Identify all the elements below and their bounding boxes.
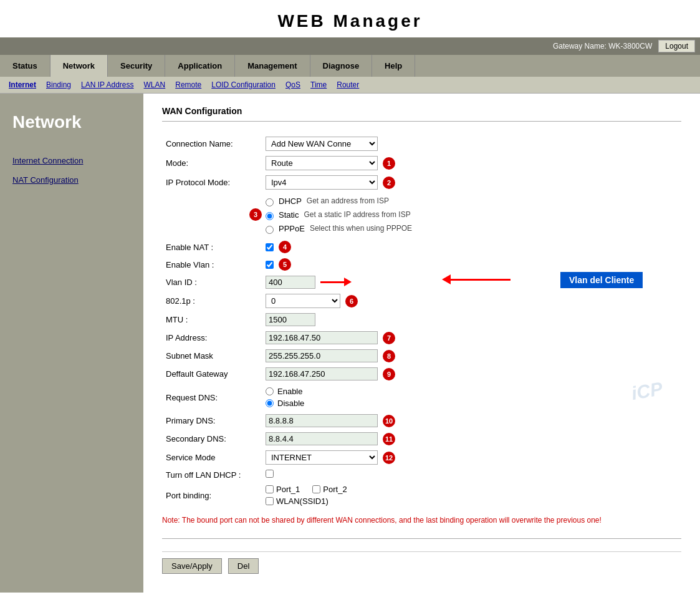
- static-row: 3 Static Get a static IP address from IS…: [266, 208, 438, 222]
- dot1p-select[interactable]: 0: [266, 294, 340, 308]
- port1-label[interactable]: Port_1: [266, 485, 300, 494]
- mtu-cell: [262, 311, 442, 329]
- ip-address-cell: 7: [262, 329, 442, 347]
- port-binding-ports: Port_1 Port_2: [266, 485, 438, 494]
- secondary-dns-label: Secondary DNS:: [162, 430, 262, 448]
- dns-disable-label: Disable: [277, 399, 304, 408]
- logout-button[interactable]: Logout: [658, 40, 695, 52]
- nav-security[interactable]: Security: [108, 55, 165, 77]
- nav-diagnose[interactable]: Diagnose: [310, 55, 373, 77]
- wlan-port-row: WLAN(SSID1): [266, 496, 438, 506]
- connection-name-select[interactable]: Add New WAN Conne: [266, 137, 378, 151]
- service-mode-select[interactable]: INTERNET: [266, 450, 378, 465]
- dns-enable-row: Enable: [266, 385, 438, 397]
- step-5-badge: 5: [279, 258, 291, 271]
- vlan-id-label: Vlan ID :: [162, 273, 262, 291]
- vlan-tooltip: Vlan del Cliente: [560, 272, 643, 288]
- primary-dns-label: Primary DNS:: [162, 412, 262, 430]
- mode-select[interactable]: Route: [266, 156, 378, 170]
- row-dot1p: 802.1p : 0 6: [162, 291, 681, 311]
- sidebar-title: Network: [0, 100, 143, 151]
- subnav-loid[interactable]: LOID Configuration: [206, 79, 280, 90]
- secondary-dns-input[interactable]: [266, 432, 378, 445]
- step-3-badge: 3: [249, 208, 262, 221]
- static-radio[interactable]: [266, 212, 274, 220]
- request-dns-cell: Enable Disable: [262, 383, 442, 412]
- main-content: WAN Configuration Connection Name: Add N…: [143, 94, 700, 593]
- port1-checkbox[interactable]: [266, 485, 274, 493]
- static-desc: Get a static IP address from ISP: [304, 210, 411, 219]
- sidebar-nat-configuration[interactable]: NAT Configuration: [0, 170, 143, 190]
- subnav-lan-ip[interactable]: LAN IP Address: [76, 79, 139, 90]
- dns-disable-radio[interactable]: [266, 399, 274, 407]
- enable-vlan-label: Enable Vlan :: [162, 256, 262, 273]
- subnav-time[interactable]: Time: [305, 79, 332, 90]
- default-gateway-input[interactable]: [266, 367, 378, 380]
- nav-status[interactable]: Status: [0, 55, 50, 77]
- vlan-id-input[interactable]: [266, 276, 315, 289]
- row-subnet-mask: Subnet Mask 8: [162, 347, 681, 365]
- subnet-mask-input[interactable]: [266, 349, 378, 362]
- subnav-wlan[interactable]: WLAN: [139, 79, 171, 90]
- step-2-badge: 2: [383, 177, 395, 189]
- save-apply-button[interactable]: Save/Apply: [162, 558, 222, 574]
- row-address-type: DHCP Get an address from ISP 3 Static Ge…: [162, 192, 681, 238]
- wlan-checkbox[interactable]: [266, 497, 274, 505]
- subnav-qos[interactable]: QoS: [280, 79, 305, 90]
- top-bar: Gateway Name: WK-3800CW Logout: [0, 37, 700, 55]
- mtu-label: MTU :: [162, 311, 262, 329]
- pppoe-radio[interactable]: [266, 226, 274, 234]
- service-mode-cell: INTERNET 12: [262, 448, 442, 467]
- row-default-gateway: Deffault Gateway 9: [162, 365, 681, 383]
- step-12-badge: 12: [383, 452, 395, 464]
- dns-enable-radio[interactable]: [266, 387, 274, 395]
- step-7-badge: 7: [383, 332, 395, 344]
- ip-address-input[interactable]: [266, 331, 378, 344]
- mode-label: Mode:: [162, 153, 262, 173]
- enable-vlan-checkbox[interactable]: [266, 261, 274, 269]
- note-text: Note: The bound port can not be shared b…: [162, 515, 681, 526]
- nav-management[interactable]: Management: [235, 55, 310, 77]
- subnav-remote[interactable]: Remote: [170, 79, 206, 90]
- mtu-input[interactable]: [266, 313, 315, 326]
- row-enable-vlan: Enable Vlan : 5 Vlan del Cliente: [162, 256, 681, 273]
- dhcp-radio[interactable]: [266, 198, 274, 206]
- main-nav: Status Network Security Application Mana…: [0, 55, 700, 77]
- ip-address-label: IP Address:: [162, 329, 262, 347]
- static-label: Static: [279, 210, 299, 220]
- nav-help[interactable]: Help: [372, 55, 415, 77]
- mode-cell: Route 1: [262, 153, 442, 173]
- dhcp-desc: Get an address from ISP: [307, 196, 389, 205]
- subnav-binding[interactable]: Binding: [41, 79, 76, 90]
- primary-dns-input[interactable]: [266, 414, 378, 427]
- nav-network[interactable]: Network: [50, 55, 108, 77]
- step-9-badge: 9: [383, 368, 395, 380]
- port2-checkbox[interactable]: [312, 485, 320, 493]
- dns-enable-label: Enable: [277, 387, 302, 396]
- row-ip-address: IP Address: 7: [162, 329, 681, 347]
- gateway-name: Gateway Name: WK-3800CW: [553, 42, 652, 51]
- del-button[interactable]: Del: [228, 558, 259, 574]
- connection-name-cell: Add New WAN Conne: [262, 134, 442, 153]
- wlan-label[interactable]: WLAN(SSID1): [266, 496, 438, 506]
- row-ip-protocol: IP Protocol Mode: Ipv4 2: [162, 173, 681, 192]
- turn-off-lan-checkbox[interactable]: [266, 470, 274, 478]
- subnav-router[interactable]: Router: [332, 79, 364, 90]
- ip-protocol-cell: Ipv4 2: [262, 173, 442, 192]
- section-divider: [162, 121, 681, 122]
- nav-application[interactable]: Application: [165, 55, 235, 77]
- ip-protocol-select[interactable]: Ipv4: [266, 175, 378, 190]
- enable-nat-checkbox[interactable]: [266, 243, 274, 251]
- enable-vlan-cell: 5: [262, 256, 442, 273]
- form-table: Connection Name: Add New WAN Conne Mode:…: [162, 134, 681, 508]
- dot1p-label: 802.1p :: [162, 291, 262, 311]
- subnav-internet[interactable]: Internet: [4, 79, 41, 90]
- row-connection-name: Connection Name: Add New WAN Conne: [162, 134, 681, 153]
- port2-label[interactable]: Port_2: [312, 485, 347, 494]
- page-title: WEB Manager: [0, 0, 700, 37]
- dhcp-row: DHCP Get an address from ISP: [266, 195, 438, 208]
- row-port-binding: Port binding: Port_1 Port_2: [162, 482, 681, 508]
- turn-off-lan-label: Turn off LAN DHCP :: [162, 467, 262, 482]
- address-type-cell: DHCP Get an address from ISP 3 Static Ge…: [262, 192, 442, 238]
- sidebar-internet-connection[interactable]: Internet Connection: [0, 151, 143, 170]
